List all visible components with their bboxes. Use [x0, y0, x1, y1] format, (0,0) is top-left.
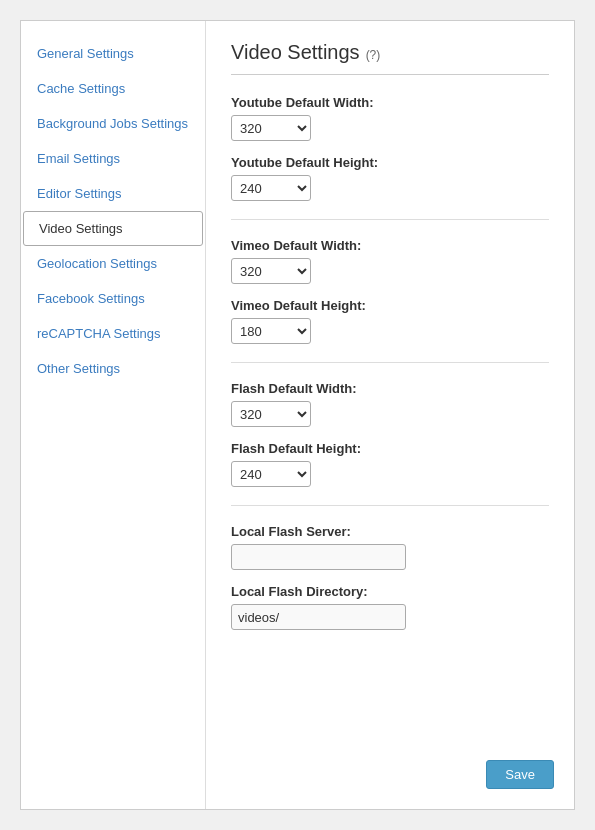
- select-vimeo-height[interactable]: 180240360480: [231, 318, 311, 344]
- sidebar-item-geolocation[interactable]: Geolocation Settings: [21, 246, 205, 281]
- form-group-flash-width: Flash Default Width:240320480640: [231, 381, 549, 427]
- sidebar-item-editor[interactable]: Editor Settings: [21, 176, 205, 211]
- label-youtube-width: Youtube Default Width:: [231, 95, 549, 110]
- form-group-local-flash-directory: Local Flash Directory:: [231, 584, 549, 630]
- form-group-youtube-height: Youtube Default Height:180240360480: [231, 155, 549, 201]
- sidebar: General SettingsCache SettingsBackground…: [21, 21, 206, 809]
- label-flash-height: Flash Default Height:: [231, 441, 549, 456]
- form-group-vimeo-width: Vimeo Default Width:240320480640: [231, 238, 549, 284]
- help-icon[interactable]: (?): [366, 48, 381, 62]
- sidebar-item-cache[interactable]: Cache Settings: [21, 71, 205, 106]
- sidebar-item-video[interactable]: Video Settings: [23, 211, 203, 246]
- label-vimeo-width: Vimeo Default Width:: [231, 238, 549, 253]
- sidebar-item-background-jobs[interactable]: Background Jobs Settings: [21, 106, 205, 141]
- section-divider-vimeo: [231, 219, 549, 220]
- select-youtube-height[interactable]: 180240360480: [231, 175, 311, 201]
- form-group-vimeo-height: Vimeo Default Height:180240360480: [231, 298, 549, 344]
- sidebar-item-facebook[interactable]: Facebook Settings: [21, 281, 205, 316]
- sidebar-item-other[interactable]: Other Settings: [21, 351, 205, 386]
- form-group-flash-height: Flash Default Height:180240360480: [231, 441, 549, 487]
- select-flash-width[interactable]: 240320480640: [231, 401, 311, 427]
- page-title-text: Video Settings: [231, 41, 360, 64]
- label-local-flash-server: Local Flash Server:: [231, 524, 549, 539]
- page-title: Video Settings (?): [231, 41, 549, 75]
- label-local-flash-directory: Local Flash Directory:: [231, 584, 549, 599]
- save-button[interactable]: Save: [486, 760, 554, 789]
- section-divider-local-flash: [231, 505, 549, 506]
- label-flash-width: Flash Default Width:: [231, 381, 549, 396]
- label-youtube-height: Youtube Default Height:: [231, 155, 549, 170]
- select-flash-height[interactable]: 180240360480: [231, 461, 311, 487]
- form-content: Youtube Default Width:240320480640Youtub…: [231, 95, 549, 630]
- form-group-youtube-width: Youtube Default Width:240320480640: [231, 95, 549, 141]
- section-divider-flash: [231, 362, 549, 363]
- sidebar-item-email[interactable]: Email Settings: [21, 141, 205, 176]
- input-local-flash-server[interactable]: [231, 544, 406, 570]
- form-group-local-flash-server: Local Flash Server:: [231, 524, 549, 570]
- main-content: Video Settings (?) Youtube Default Width…: [206, 21, 574, 809]
- page-container: General SettingsCache SettingsBackground…: [20, 20, 575, 810]
- label-vimeo-height: Vimeo Default Height:: [231, 298, 549, 313]
- input-local-flash-directory[interactable]: [231, 604, 406, 630]
- select-youtube-width[interactable]: 240320480640: [231, 115, 311, 141]
- sidebar-item-recaptcha[interactable]: reCAPTCHA Settings: [21, 316, 205, 351]
- select-vimeo-width[interactable]: 240320480640: [231, 258, 311, 284]
- sidebar-item-general[interactable]: General Settings: [21, 36, 205, 71]
